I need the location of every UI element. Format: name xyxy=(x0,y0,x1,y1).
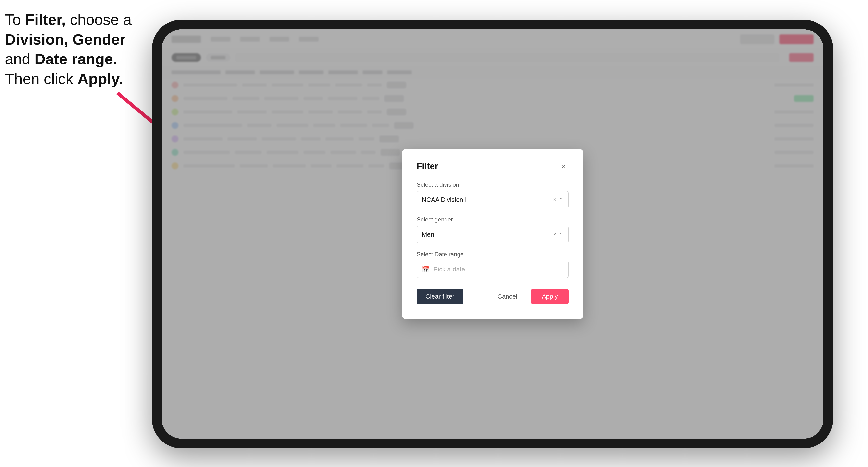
gender-select-controls: × ⌃ xyxy=(553,231,563,238)
calendar-icon: 📅 xyxy=(422,266,430,273)
filter-modal: Filter × Select a division NCAA Division… xyxy=(402,149,583,319)
footer-right-actions: Cancel Apply xyxy=(489,289,568,304)
close-icon: × xyxy=(562,162,566,170)
modal-header: Filter × xyxy=(416,161,568,172)
division-form-group: Select a division NCAA Division I × ⌃ xyxy=(416,181,568,208)
apply-button[interactable]: Apply xyxy=(531,289,568,304)
cancel-button[interactable]: Cancel xyxy=(489,289,526,304)
date-placeholder: Pick a date xyxy=(434,266,465,273)
date-form-group: Select Date range 📅 Pick a date xyxy=(416,251,568,278)
gender-form-group: Select gender Men × ⌃ xyxy=(416,216,568,243)
gender-chevron-icon: ⌃ xyxy=(559,231,563,238)
modal-footer: Clear filter Cancel Apply xyxy=(416,289,568,304)
division-label: Select a division xyxy=(416,181,568,188)
division-value: NCAA Division I xyxy=(422,196,467,204)
division-clear-icon[interactable]: × xyxy=(553,196,556,203)
tablet-screen: Filter × Select a division NCAA Division… xyxy=(162,29,824,439)
gender-value: Men xyxy=(422,231,434,239)
tablet-frame: Filter × Select a division NCAA Division… xyxy=(152,20,833,448)
date-input[interactable]: 📅 Pick a date xyxy=(416,261,568,278)
clear-filter-button[interactable]: Clear filter xyxy=(416,289,463,304)
gender-clear-icon[interactable]: × xyxy=(553,231,556,238)
instruction-text: To Filter, choose a Division, Gender and… xyxy=(5,10,142,89)
modal-title: Filter xyxy=(416,161,438,172)
division-select-controls: × ⌃ xyxy=(553,196,563,203)
gender-label: Select gender xyxy=(416,216,568,223)
gender-select[interactable]: Men × ⌃ xyxy=(416,226,568,243)
modal-overlay: Filter × Select a division NCAA Division… xyxy=(162,29,824,439)
division-chevron-icon: ⌃ xyxy=(559,197,563,203)
modal-close-button[interactable]: × xyxy=(559,161,568,171)
date-label: Select Date range xyxy=(416,251,568,258)
division-select[interactable]: NCAA Division I × ⌃ xyxy=(416,191,568,208)
